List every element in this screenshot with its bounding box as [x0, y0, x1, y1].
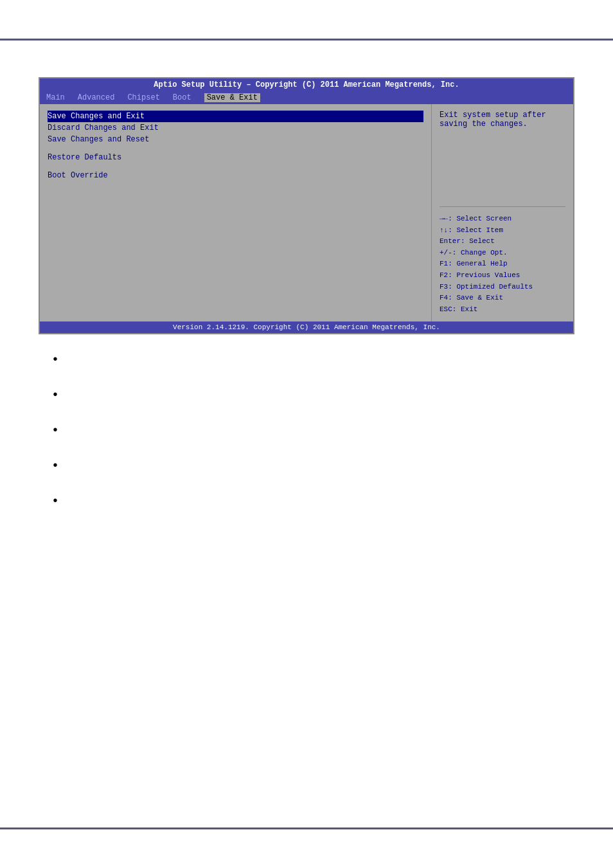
bottom-border: [0, 827, 613, 829]
bios-menu-bar: Main Advanced Chipset Boot Save & Exit: [40, 91, 573, 104]
key-help-line-7: F3: Optimized Defaults: [440, 282, 565, 293]
option-boot-override[interactable]: Boot Override: [48, 170, 423, 181]
bios-container: Aptio Setup Utility – Copyright (C) 2011…: [39, 77, 574, 530]
list-item: •: [51, 460, 574, 473]
bullet-dot-3: •: [51, 424, 59, 437]
menu-item-save-exit[interactable]: Save & Exit: [204, 93, 260, 102]
bios-body: Save Changes and Exit Discard Changes an…: [40, 104, 573, 321]
menu-item-advanced[interactable]: Advanced: [78, 93, 115, 102]
option-save-changes-reset[interactable]: Save Changes and Reset: [48, 134, 423, 145]
bullet-dot-1: •: [51, 354, 59, 366]
list-item: •: [51, 389, 574, 402]
key-help-line-6: F2: Previous Values: [440, 270, 565, 282]
list-item: •: [51, 354, 574, 366]
bios-left-panel: Save Changes and Exit Discard Changes an…: [40, 104, 432, 321]
bios-title-text: Aptio Setup Utility – Copyright (C) 2011…: [154, 80, 459, 89]
option-discard-changes-exit[interactable]: Discard Changes and Exit: [48, 122, 423, 134]
bullet-dot-2: •: [51, 389, 59, 402]
key-help-line-9: ESC: Exit: [440, 304, 565, 316]
bios-title-bar: Aptio Setup Utility – Copyright (C) 2011…: [40, 78, 573, 91]
menu-item-chipset[interactable]: Chipset: [127, 93, 159, 102]
bios-right-help: Exit system setup after saving the chang…: [440, 111, 565, 207]
bios-help-text: Exit system setup after saving the chang…: [440, 111, 546, 129]
key-help-line-5: F1: General Help: [440, 258, 565, 270]
option-restore-defaults[interactable]: Restore Defaults: [48, 152, 423, 163]
bios-footer: Version 2.14.1219. Copyright (C) 2011 Am…: [40, 321, 573, 333]
bullet-dot-5: •: [51, 495, 59, 508]
bios-footer-text: Version 2.14.1219. Copyright (C) 2011 Am…: [173, 323, 440, 331]
option-save-changes-exit[interactable]: Save Changes and Exit: [48, 111, 423, 122]
key-help-line-2: ↑↓: Select Item: [440, 225, 565, 237]
key-help-line-3: Enter: Select: [440, 236, 565, 248]
key-help-line-8: F4: Save & Exit: [440, 293, 565, 304]
bullet-list: • • • • •: [39, 354, 574, 508]
bios-right-panel: Exit system setup after saving the chang…: [432, 104, 573, 321]
top-border: [0, 39, 613, 41]
bios-key-help: →←: Select Screen ↑↓: Select Item Enter:…: [440, 213, 565, 315]
list-item: •: [51, 495, 574, 508]
list-item: •: [51, 424, 574, 437]
bios-screen: Aptio Setup Utility – Copyright (C) 2011…: [39, 77, 574, 334]
key-help-line-4: +/-: Change Opt.: [440, 248, 565, 259]
menu-item-boot[interactable]: Boot: [173, 93, 191, 102]
menu-item-main[interactable]: Main: [46, 93, 65, 102]
bullet-dot-4: •: [51, 460, 59, 473]
key-help-line-1: →←: Select Screen: [440, 213, 565, 225]
